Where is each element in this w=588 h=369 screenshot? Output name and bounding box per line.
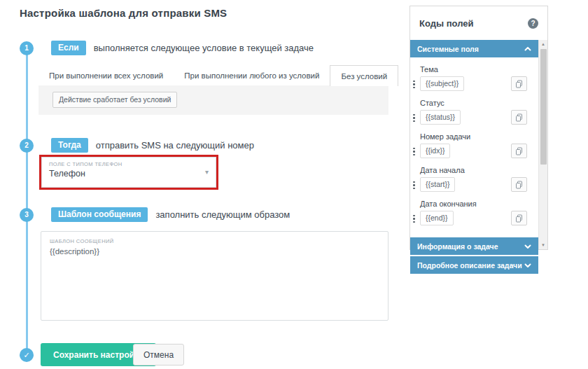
step-3-number: 3 — [20, 208, 34, 222]
cancel-button[interactable]: Отмена — [133, 344, 184, 365]
copy-icon[interactable] — [511, 110, 527, 125]
step-1-badge-if: Если — [51, 41, 86, 55]
field-code-chip[interactable]: {{subject}} — [420, 76, 464, 91]
section-task-info-label: Информация о задаче — [417, 242, 498, 251]
tab-any-condition[interactable]: При выполнении любого из условий — [174, 65, 330, 85]
phone-select-label: ПОЛЕ С ТИПОМ ТЕЛЕФОН — [49, 161, 209, 167]
field-label: Статус — [420, 99, 533, 107]
field-codes-header: Коды полей ? — [410, 6, 547, 40]
field-codes-body: Системные поля Тема {{subject}} — [410, 40, 547, 249]
field-code-chip[interactable]: {{end}} — [420, 211, 454, 225]
chevron-up-icon — [524, 46, 531, 53]
message-template-label: ШАБЛОН СООБЩЕНИЙ — [50, 238, 379, 244]
scrollbar-thumb[interactable] — [540, 49, 547, 165]
tab-all-conditions[interactable]: При выполнении всех условий — [38, 65, 174, 85]
page-title: Настройка шаблона для отправки SMS — [20, 7, 227, 19]
section-task-description[interactable]: Подробное описание задачи — [410, 256, 538, 274]
field-group-task-number: Номер задачи {{idx}} — [413, 132, 533, 158]
step-1-text: выполняется следующее условие в текущей … — [94, 43, 314, 53]
red-highlight-box: ПОЛЕ С ТИПОМ ТЕЛЕФОН Телефон ▾ — [39, 155, 218, 190]
field-group-end-date: Дата окончания {{end}} — [413, 200, 533, 225]
section-task-description-label: Подробное описание задачи — [417, 261, 522, 270]
copy-icon[interactable] — [511, 144, 527, 158]
section-system-fields[interactable]: Системные поля — [410, 40, 538, 57]
condition-tabs: При выполнении всех условий При выполнен… — [38, 65, 398, 85]
field-group-start-date: Дата начала {{start}} — [413, 166, 533, 192]
chevron-down-icon[interactable]: ▾ — [205, 168, 209, 176]
sms-template-settings-screen: Настройка шаблона для отправки SMS 1 Есл… — [0, 0, 588, 369]
message-template-textarea[interactable]: ШАБЛОН СООБЩЕНИЙ {{description}} — [41, 231, 388, 321]
field-label: Дата начала — [420, 166, 533, 174]
field-label: Тема — [420, 65, 533, 74]
step-3-row: 3 Шаблон сообщения заполнить следующим о… — [20, 207, 290, 222]
field-codes-title: Коды полей — [419, 18, 473, 29]
field-codes-content: Системные поля Тема {{subject}} — [410, 40, 538, 249]
field-code-chip[interactable]: {{start}} — [420, 177, 455, 192]
step-3-badge-template: Шаблон сообщения — [51, 207, 148, 222]
scroll-down-arrow-icon[interactable]: ▼ — [539, 241, 547, 249]
copy-icon[interactable] — [511, 76, 527, 91]
field-code-chip[interactable]: {{idx}} — [420, 144, 450, 158]
scroll-up-arrow-icon[interactable]: ▲ — [539, 40, 547, 48]
copy-icon[interactable] — [511, 211, 527, 225]
step-1-number: 1 — [20, 41, 34, 55]
copy-icon[interactable] — [511, 177, 527, 192]
field-label: Дата окончания — [420, 200, 533, 208]
system-fields-list: Тема {{subject}} Статус — [410, 57, 538, 237]
drag-handle-icon[interactable] — [413, 114, 415, 123]
step-2-badge-then: Тогда — [51, 138, 88, 153]
section-system-fields-label: Системные поля — [417, 45, 479, 53]
field-label: Номер задачи — [420, 132, 533, 141]
condition-tab-panel: Действие сработает без условий — [38, 85, 388, 115]
section-task-info[interactable]: Информация о задаче — [410, 237, 538, 255]
drag-handle-icon[interactable] — [413, 148, 415, 156]
chevron-down-icon — [524, 243, 531, 250]
no-condition-button[interactable]: Действие сработает без условий — [52, 92, 177, 108]
message-template-value: {{description}} — [50, 247, 379, 256]
phone-field-select[interactable]: ПОЛЕ С ТИПОМ ТЕЛЕФОН Телефон ▾ — [41, 157, 216, 188]
step-2-number: 2 — [20, 139, 34, 153]
step-2-row: 2 Тогда отправить SMS на следующий номер — [20, 138, 254, 153]
drag-handle-icon[interactable] — [413, 181, 415, 190]
field-code-chip[interactable]: {{status}} — [420, 110, 461, 125]
field-codes-panel: Коды полей ? Системные поля Тема {{su — [410, 6, 548, 250]
help-icon[interactable]: ? — [528, 18, 538, 29]
phone-select-value: Телефон — [49, 169, 209, 179]
drag-handle-icon[interactable] — [413, 215, 415, 223]
tab-no-conditions[interactable]: Без условий — [330, 65, 398, 86]
sidebar-scrollbar[interactable]: ▲ ▼ — [538, 40, 547, 249]
drag-handle-icon[interactable] — [413, 81, 415, 89]
collapsed-sections: Информация о задаче Подробное описание з… — [410, 237, 538, 274]
step-3-text: заполнить следующим образом — [155, 209, 290, 220]
step-1-row: 1 Если выполняется следующее условие в т… — [20, 41, 314, 55]
step-connector-line — [26, 48, 28, 356]
step-2-text: отправить SMS на следующий номер — [96, 140, 254, 151]
field-group-status: Статус {{status}} — [413, 99, 533, 125]
chevron-down-icon — [524, 262, 531, 269]
check-icon: ✓ — [20, 348, 34, 362]
field-group-subject: Тема {{subject}} — [413, 65, 533, 91]
